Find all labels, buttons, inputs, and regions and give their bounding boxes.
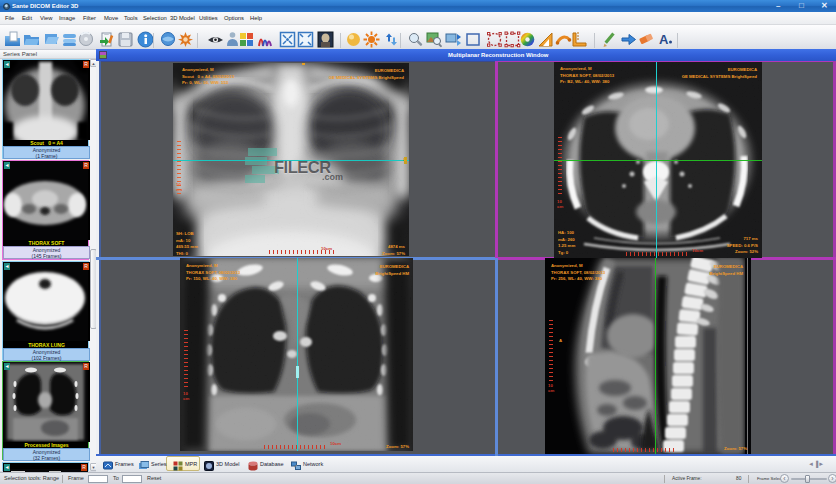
svg-text:A: A xyxy=(659,32,669,47)
